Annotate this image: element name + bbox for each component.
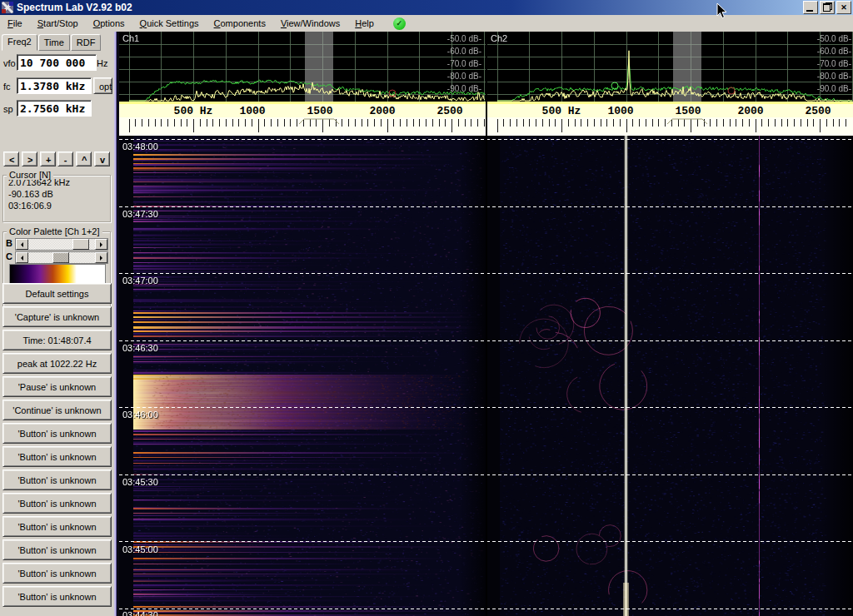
tab-freq2[interactable]: Freq2 <box>2 34 37 51</box>
waterfall-ch1[interactable] <box>119 136 486 616</box>
freq-tick: 1000 <box>239 105 265 117</box>
capture-button[interactable]: 'Capture' is unknown <box>2 306 112 327</box>
contrast-label: C <box>6 251 12 261</box>
fc-label: fc <box>3 82 11 92</box>
frequency-ruler <box>487 117 853 136</box>
time-label: 03:45:00 <box>122 544 158 554</box>
contrast-slider[interactable] <box>15 251 108 264</box>
time-label: 03:48:00 <box>122 142 158 152</box>
ch2-label: Ch2 <box>491 33 507 43</box>
cursor-level: -90.163 dB <box>8 189 110 199</box>
peak-button[interactable]: peak at 1022.22 Hz <box>2 353 112 374</box>
frequency-scale-ch1[interactable]: 500 Hz 1000 1500 2000 2500 <box>119 102 486 136</box>
shift-up-button[interactable]: ^ <box>76 152 92 166</box>
freq-tick: 2000 <box>369 105 395 117</box>
unknown-button-8[interactable]: 'Button' is unknown <box>2 586 112 607</box>
arrow-left-icon[interactable] <box>16 252 28 263</box>
unknown-button-5[interactable]: 'Button' is unknown <box>2 516 112 537</box>
freq-tick: 1500 <box>307 105 332 117</box>
menu-bar: File Start/Stop Options Quick Settings C… <box>0 15 853 32</box>
sp-label: sp <box>3 104 13 114</box>
zoom-out-button[interactable]: - <box>57 152 73 166</box>
sp-input[interactable] <box>17 100 92 117</box>
status-green-icon[interactable]: ✓ <box>393 17 406 30</box>
minimize-icon <box>806 10 813 12</box>
unknown-button-4[interactable]: 'Button' is unknown <box>2 493 112 514</box>
time-label: 03:47:00 <box>122 276 158 286</box>
time-label: 03:47:30 <box>122 209 158 219</box>
tab-row: Freq2 Time RDF <box>2 34 102 51</box>
freq-left-button[interactable]: < <box>3 152 19 166</box>
frequency-ruler <box>119 117 486 136</box>
unknown-button-1[interactable]: 'Button' is unknown <box>2 423 112 444</box>
spectrum-graph-ch1[interactable] <box>119 32 486 102</box>
ch1-label: Ch1 <box>122 33 139 43</box>
zoom-in-button[interactable]: + <box>40 152 56 166</box>
title-bar[interactable]: Spectrum Lab V2.92 b02 ✕ <box>0 0 853 15</box>
app-window: Spectrum Lab V2.92 b02 ✕ File Start/Stop… <box>0 0 853 616</box>
menu-file[interactable]: File <box>0 17 30 31</box>
arrow-left-icon[interactable] <box>16 239 28 250</box>
freq-tick: 2000 <box>737 105 763 117</box>
cursor-time: 03:16:06.9 <box>8 201 110 211</box>
freq-tick: 500 Hz <box>542 105 581 117</box>
window-title: Spectrum Lab V2.92 b02 <box>17 2 132 13</box>
spectrum-graph-ch2[interactable] <box>487 32 853 102</box>
sp-row: sp <box>0 100 114 118</box>
continue-button[interactable]: 'Continue' is unknown <box>2 400 112 420</box>
opt-button[interactable]: opt <box>93 77 112 94</box>
cursor-readout-box: Cursor [N] 2.0713642 kHz -90.163 dB 03:1… <box>2 175 111 222</box>
menu-components[interactable]: Components <box>207 17 273 31</box>
pause-button[interactable]: 'Pause' is unknown <box>2 376 112 397</box>
tab-rdf[interactable]: RDF <box>71 34 102 51</box>
freq-tick: 1500 <box>675 105 701 117</box>
fc-input[interactable] <box>17 77 92 94</box>
freq-tick: 1000 <box>607 105 633 117</box>
time-button[interactable]: Time: 01:48:07.4 <box>2 330 112 350</box>
fc-row: fc opt <box>0 77 114 96</box>
minimize-button[interactable] <box>803 1 818 14</box>
vfo-label: vfo <box>3 58 16 68</box>
time-label: 03:46:30 <box>122 343 158 353</box>
brightness-thumb[interactable] <box>72 239 89 250</box>
freq-tick: 2500 <box>805 105 831 117</box>
brightness-slider[interactable] <box>15 238 108 251</box>
unknown-button-7[interactable]: 'Button' is unknown <box>2 563 112 584</box>
time-label: 03:44:30 <box>122 610 158 616</box>
menu-view-windows[interactable]: View/Windows <box>273 17 347 31</box>
vfo-input[interactable] <box>17 54 97 71</box>
shift-down-button[interactable]: v <box>94 152 110 166</box>
close-button[interactable]: ✕ <box>836 1 851 14</box>
tab-time[interactable]: Time <box>38 34 70 51</box>
arrow-right-icon[interactable] <box>95 252 107 263</box>
unknown-button-3[interactable]: 'Button' is unknown <box>2 469 112 490</box>
freq-tick: 2500 <box>436 105 462 117</box>
time-label: 03:45:30 <box>122 477 158 487</box>
freq-right-button[interactable]: > <box>22 152 37 166</box>
vfo-row: vfo Hz <box>0 54 114 72</box>
arrow-right-icon[interactable] <box>95 239 107 250</box>
waterfall-ch2[interactable] <box>487 136 853 616</box>
contrast-thumb[interactable] <box>52 252 69 263</box>
menu-quick-settings[interactable]: Quick Settings <box>132 17 207 31</box>
menu-help[interactable]: Help <box>347 17 382 31</box>
menu-options[interactable]: Options <box>86 17 132 31</box>
palette-box-title: Color Palette [Ch 1+2] <box>7 226 102 236</box>
menu-start-stop[interactable]: Start/Stop <box>30 17 86 31</box>
cursor-box-title: Cursor [N] <box>7 170 53 180</box>
control-panel: Freq2 Time RDF vfo Hz fc opt sp < > + - … <box>0 32 114 616</box>
time-label: 03:46:00 <box>122 410 158 420</box>
unknown-button-6[interactable]: 'Button' is unknown <box>2 539 112 560</box>
close-icon: ✕ <box>841 4 847 12</box>
brightness-label: B <box>6 238 12 248</box>
default-settings-button[interactable]: Default settings <box>2 283 112 304</box>
unknown-button-2[interactable]: 'Button' is unknown <box>2 446 112 467</box>
app-icon <box>2 2 13 13</box>
vfo-unit: Hz <box>97 58 107 68</box>
frequency-scale-ch2[interactable]: 500 Hz 1000 1500 2000 2500 <box>487 102 853 136</box>
restore-button[interactable] <box>820 1 835 14</box>
channel-divider <box>486 32 487 616</box>
freq-tick: 500 Hz <box>174 105 213 117</box>
